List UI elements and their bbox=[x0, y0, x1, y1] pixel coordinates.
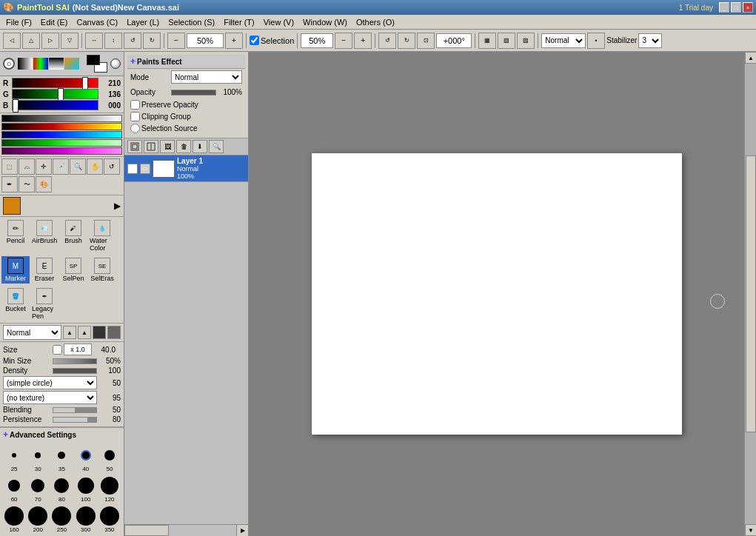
min-size-slider[interactable] bbox=[53, 358, 97, 364]
bucket-tool[interactable]: 🪣 Bucket bbox=[1, 287, 30, 314]
zoom-out-button[interactable]: − bbox=[167, 33, 185, 49]
stabilizer-sq[interactable]: ▪ bbox=[587, 33, 605, 49]
rotate-tool[interactable]: ↺ bbox=[104, 158, 120, 175]
color-wheel-icon[interactable]: ○ bbox=[3, 58, 15, 70]
curve-tool[interactable]: 〜 bbox=[19, 176, 35, 192]
g-slider-track[interactable] bbox=[12, 89, 98, 99]
preserve-opacity-check[interactable] bbox=[130, 100, 140, 110]
menu-edit[interactable]: Edit (E) bbox=[36, 16, 73, 29]
brush-thumb-30[interactable]: 30 bbox=[27, 444, 49, 473]
selpen-tool[interactable]: SP SelPen bbox=[59, 256, 87, 284]
close-button[interactable]: × bbox=[743, 2, 753, 13]
brush-thumb-120[interactable]: 120 bbox=[98, 475, 121, 503]
airbrush-tool[interactable]: 💨 AirBrush bbox=[30, 218, 58, 246]
stabilizer-select[interactable]: 3 1 2 4 5 bbox=[638, 33, 662, 48]
toolbar-btn-4[interactable]: ▽ bbox=[61, 33, 78, 49]
selection-rect-tool[interactable]: ⬚ bbox=[1, 158, 18, 175]
color-arrow[interactable]: ▶ bbox=[114, 201, 121, 211]
angle-btn-3[interactable]: ⊡ bbox=[417, 33, 435, 49]
layer-item-1[interactable]: 👁 ▭ Layer 1 Normal 100% bbox=[124, 155, 248, 182]
blend-mode-select[interactable]: Normal bbox=[3, 325, 61, 340]
menu-filter[interactable]: Filter (T) bbox=[219, 16, 259, 29]
gradient-swatch[interactable] bbox=[64, 58, 79, 70]
menu-file[interactable]: File (F) bbox=[1, 16, 36, 29]
menu-layer[interactable]: Layer (L) bbox=[122, 16, 164, 29]
toolbar-btn-3[interactable]: ▷ bbox=[41, 33, 59, 49]
shape-select[interactable]: (simple circle) bbox=[3, 376, 97, 389]
warm-gradient-strip[interactable] bbox=[1, 123, 122, 130]
brush-thumb-300[interactable]: 300 bbox=[75, 505, 97, 534]
b-slider-thumb[interactable] bbox=[13, 99, 19, 113]
fg-color[interactable] bbox=[87, 55, 100, 65]
color-picker[interactable]: 🎨 bbox=[36, 176, 52, 192]
size-pressure-check[interactable] bbox=[53, 345, 62, 355]
menu-others[interactable]: Others (O) bbox=[352, 16, 399, 29]
merge-layer-btn[interactable]: ⬇ bbox=[193, 140, 207, 153]
blend-btn-2[interactable]: ▲ bbox=[78, 326, 91, 339]
brush-thumb-35[interactable]: 35 bbox=[50, 444, 73, 473]
green-gradient-strip[interactable] bbox=[1, 139, 122, 147]
pencil-tool[interactable]: ✏ Pencil bbox=[1, 218, 30, 246]
selection-lasso-tool[interactable]: ⌓ bbox=[19, 158, 35, 175]
move-tool[interactable]: ✛ bbox=[36, 158, 52, 175]
rotate-right-button[interactable]: ↻ bbox=[143, 33, 161, 49]
mode-select[interactable]: Normal bbox=[171, 70, 242, 84]
blend-btn-3[interactable] bbox=[93, 326, 106, 339]
grid-btn-3[interactable]: ▨ bbox=[517, 33, 535, 49]
brush-thumb-70[interactable]: 70 bbox=[27, 475, 49, 503]
brush-thumb-160[interactable]: 160 bbox=[3, 505, 25, 534]
bw-swatch[interactable] bbox=[18, 58, 33, 70]
watercolor-tool[interactable]: 💧 Water Color bbox=[88, 218, 116, 253]
layer-h-scroll-track[interactable] bbox=[124, 525, 236, 536]
eyedropper-tool[interactable]: 💉 bbox=[53, 158, 69, 175]
canvas-area[interactable] bbox=[249, 52, 744, 536]
rgb-swatch[interactable] bbox=[33, 58, 48, 70]
toolbar-btn-1[interactable]: ◁ bbox=[3, 33, 21, 49]
brush-thumb-25[interactable]: 25 bbox=[3, 444, 25, 473]
brush-thumb-80[interactable]: 80 bbox=[50, 475, 73, 503]
toolbar-btn-2[interactable]: △ bbox=[22, 33, 40, 49]
bw-gradient-strip[interactable] bbox=[1, 115, 122, 122]
brush-thumb-100[interactable]: 100 bbox=[75, 475, 97, 503]
blend-btn-4[interactable] bbox=[107, 326, 121, 339]
menu-window[interactable]: Window (W) bbox=[298, 16, 352, 29]
density-slider[interactable] bbox=[53, 368, 97, 374]
zoom-tool[interactable]: 🔍 bbox=[70, 158, 86, 175]
new-layer-btn[interactable] bbox=[127, 140, 142, 153]
cool-gradient-strip[interactable] bbox=[1, 131, 122, 138]
scroll-up-btn[interactable]: ▲ bbox=[745, 52, 756, 64]
flip-h-button[interactable]: ↔ bbox=[85, 33, 103, 49]
angle-btn-1[interactable]: ↺ bbox=[378, 33, 396, 49]
brush-thumb-40[interactable]: 40 bbox=[75, 444, 97, 473]
delete-layer-btn[interactable]: 🗑 bbox=[176, 140, 191, 153]
blending-slider[interactable] bbox=[53, 407, 97, 413]
r-slider-track[interactable] bbox=[12, 78, 98, 88]
grid-btn-2[interactable]: ▧ bbox=[498, 33, 515, 49]
brush-tool[interactable]: 🖌 Brush bbox=[59, 218, 87, 246]
clipping-group-check[interactable] bbox=[130, 112, 140, 121]
rotate-left-button[interactable]: ↺ bbox=[124, 33, 141, 49]
legacypen-tool[interactable]: ✒ Legacy Pen bbox=[30, 287, 58, 321]
hand-tool[interactable]: ✋ bbox=[87, 158, 103, 175]
selection-source-radio[interactable] bbox=[130, 124, 140, 133]
menu-canvas[interactable]: Canvas (C) bbox=[73, 16, 123, 29]
gray-swatch[interactable] bbox=[49, 58, 64, 70]
menu-selection[interactable]: Selection (S) bbox=[164, 16, 219, 29]
new-layerset-btn[interactable] bbox=[144, 140, 158, 153]
current-color-sample[interactable] bbox=[3, 197, 21, 215]
selection-checkbox[interactable] bbox=[250, 36, 259, 45]
new-canvas-layer-btn[interactable]: 🖼 bbox=[160, 140, 175, 153]
menu-view[interactable]: View (V) bbox=[259, 16, 298, 29]
zoom-plus-sm[interactable]: + bbox=[354, 33, 372, 49]
grid-btn-1[interactable]: ▦ bbox=[478, 33, 496, 49]
flip-v-button[interactable]: ↕ bbox=[104, 33, 122, 49]
seleras-tool[interactable]: SE SelEras bbox=[88, 256, 116, 284]
filter-layer-btn[interactable]: 🔍 bbox=[209, 140, 224, 153]
restore-button[interactable]: □ bbox=[731, 2, 741, 13]
angle-btn-2[interactable]: ↻ bbox=[398, 33, 415, 49]
texture-select[interactable]: (no texture) bbox=[3, 391, 97, 404]
zoom-in-button[interactable]: + bbox=[225, 33, 243, 49]
brush-thumb-200[interactable]: 200 bbox=[27, 505, 49, 534]
persistence-slider[interactable] bbox=[53, 417, 97, 423]
scroll-track[interactable] bbox=[745, 64, 756, 524]
